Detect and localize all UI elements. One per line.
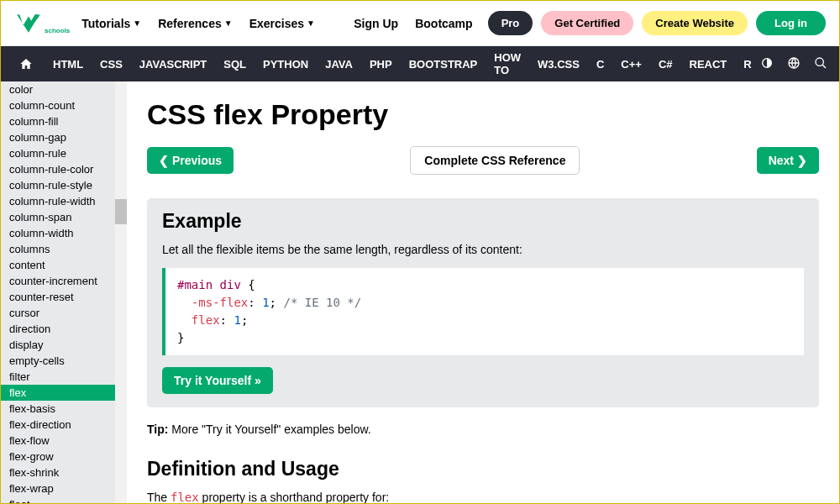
- sidebar-item-column-span[interactable]: column-span: [1, 209, 127, 225]
- nav-php[interactable]: PHP: [361, 46, 401, 81]
- page-title: CSS flex Property: [147, 98, 819, 131]
- try-it-button[interactable]: Try it Yourself »: [162, 367, 273, 394]
- sidebar-item-column-gap[interactable]: column-gap: [1, 129, 127, 145]
- code-block: #main div { -ms-flex: 1; /* IE 10 */ fle…: [162, 268, 804, 355]
- sidebar-item-columns[interactable]: columns: [1, 241, 127, 257]
- sidebar-item-float[interactable]: float: [1, 496, 127, 503]
- nav-java[interactable]: JAVA: [317, 46, 361, 81]
- sidebar-item-flex-grow[interactable]: flex-grow: [1, 449, 127, 465]
- sidebar-item-column-rule-style[interactable]: column-rule-style: [1, 177, 127, 193]
- sidebar-item-content[interactable]: content: [1, 257, 127, 273]
- example-heading: Example: [162, 210, 804, 233]
- main-content: CSS flex Property ❮Previous Complete CSS…: [127, 81, 839, 503]
- svg-point-3: [816, 58, 823, 66]
- menu-tutorials[interactable]: Tutorials▼: [81, 17, 141, 30]
- signup-link[interactable]: Sign Up: [354, 17, 398, 30]
- login-button[interactable]: Log in: [756, 11, 826, 35]
- sidebar-item-filter[interactable]: filter: [1, 369, 127, 385]
- tip-text: Tip: More "Try it Yourself" examples bel…: [147, 423, 819, 436]
- sidebar-item-column-rule-width[interactable]: column-rule-width: [1, 193, 127, 209]
- get-certified-button[interactable]: Get Certified: [541, 11, 633, 35]
- nav-css[interactable]: CSS: [92, 46, 131, 81]
- logo-subtext: schools: [45, 27, 70, 34]
- nav-sql[interactable]: SQL: [215, 46, 255, 81]
- nav-python[interactable]: PYTHON: [255, 46, 317, 81]
- scrollbar-track: [115, 81, 127, 503]
- sidebar-item-column-rule[interactable]: column-rule: [1, 145, 127, 161]
- nav-howto[interactable]: HOW TO: [486, 46, 529, 81]
- sidebar-item-column-rule-color[interactable]: column-rule-color: [1, 161, 127, 177]
- home-icon[interactable]: [8, 46, 45, 81]
- definition-heading: Definition and Usage: [147, 458, 819, 480]
- sidebar-item-counter-increment[interactable]: counter-increment: [1, 273, 127, 289]
- svg-text:3: 3: [34, 12, 38, 19]
- nav-c[interactable]: C: [588, 46, 612, 81]
- menu-references[interactable]: References▼: [158, 17, 232, 30]
- top-menu: Tutorials▼ References▼ Exercises▼: [81, 17, 315, 30]
- example-box: Example Let all the flexible items be th…: [147, 198, 819, 407]
- chevron-left-icon: ❮: [159, 154, 169, 167]
- logo[interactable]: 3 schools: [14, 9, 70, 38]
- nav-r[interactable]: R: [735, 46, 759, 81]
- main-nav: HTML CSS JAVASCRIPT SQL PYTHON JAVA PHP …: [1, 46, 839, 81]
- nav-bootstrap[interactable]: BOOTSTRAP: [401, 46, 486, 81]
- nav-cpp[interactable]: C++: [612, 46, 650, 81]
- sidebar-item-empty-cells[interactable]: empty-cells: [1, 353, 127, 369]
- sidebar-item-flex-flow[interactable]: flex-flow: [1, 433, 127, 449]
- sidebar-item-color[interactable]: color: [1, 81, 127, 97]
- create-website-button[interactable]: Create Website: [642, 11, 748, 35]
- next-button[interactable]: Next❯: [757, 147, 819, 174]
- example-desc: Let all the flexible items be the same l…: [162, 243, 804, 256]
- sidebar-item-flex-basis[interactable]: flex-basis: [1, 401, 127, 417]
- darkmode-icon[interactable]: [760, 56, 774, 72]
- nav-w3css[interactable]: W3.CSS: [529, 46, 588, 81]
- sidebar-item-flex-shrink[interactable]: flex-shrink: [1, 465, 127, 480]
- sidebar-item-column-count[interactable]: column-count: [1, 97, 127, 113]
- nav-javascript[interactable]: JAVASCRIPT: [131, 46, 215, 81]
- sidebar-item-display[interactable]: display: [1, 337, 127, 353]
- globe-icon[interactable]: [787, 56, 801, 72]
- top-links: Sign Up Bootcamp: [354, 17, 472, 30]
- sidebar-item-column-width[interactable]: column-width: [1, 225, 127, 241]
- complete-reference-button[interactable]: Complete CSS Reference: [410, 146, 580, 175]
- scrollbar-thumb[interactable]: [115, 199, 127, 224]
- search-icon[interactable]: [814, 56, 827, 72]
- caret-down-icon: ▼: [224, 18, 233, 28]
- sidebar: colorcolumn-countcolumn-fillcolumn-gapco…: [1, 81, 127, 503]
- nav-html[interactable]: HTML: [45, 46, 92, 81]
- sidebar-item-cursor[interactable]: cursor: [1, 305, 127, 321]
- top-pills: Pro Get Certified Create Website Log in: [488, 11, 826, 35]
- sidebar-item-column-fill[interactable]: column-fill: [1, 113, 127, 129]
- bootcamp-link[interactable]: Bootcamp: [415, 17, 472, 30]
- nav-csharp[interactable]: C#: [650, 46, 681, 81]
- definition-section: Definition and Usage The flex property i…: [147, 458, 819, 503]
- nav-react[interactable]: REACT: [681, 46, 736, 81]
- caret-down-icon: ▼: [133, 18, 141, 28]
- sidebar-item-counter-reset[interactable]: counter-reset: [1, 289, 127, 305]
- caret-down-icon: ▼: [307, 18, 315, 28]
- sidebar-item-flex[interactable]: flex: [1, 385, 127, 401]
- sidebar-item-flex-wrap[interactable]: flex-wrap: [1, 480, 127, 496]
- definition-p1: The flex property is a shorthand propert…: [147, 491, 819, 503]
- chevron-right-icon: ❯: [797, 154, 807, 167]
- sidebar-item-direction[interactable]: direction: [1, 321, 127, 337]
- sidebar-item-flex-direction[interactable]: flex-direction: [1, 417, 127, 433]
- menu-exercises[interactable]: Exercises▼: [249, 17, 315, 30]
- top-bar: 3 schools Tutorials▼ References▼ Exercis…: [1, 1, 839, 46]
- pro-button[interactable]: Pro: [488, 11, 533, 35]
- previous-button[interactable]: ❮Previous: [147, 147, 234, 174]
